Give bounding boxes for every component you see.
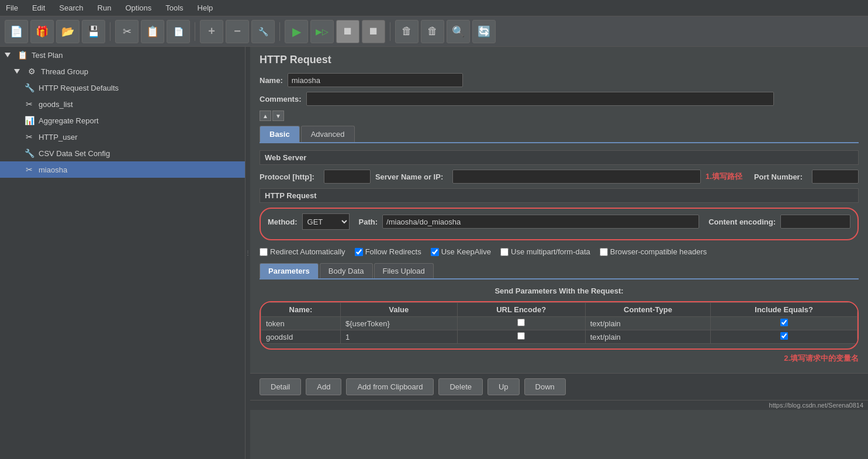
goods-list-icon: ✂ [23,98,35,110]
panel-title: HTTP Request [260,54,859,66]
sidebar-item-miaosha[interactable]: ✂ miaosha [0,161,245,178]
http-defaults-icon: 🔧 [23,82,35,94]
annotation-1: 1.填写路径 [706,171,742,182]
add-element-button[interactable]: + [200,20,223,43]
path-input[interactable] [382,215,699,229]
protocol-input[interactable] [324,170,371,184]
row1-include-equals[interactable] [711,317,857,330]
collapse-down-btn[interactable]: ▼ [272,111,284,121]
find-button[interactable]: 🔍 [447,20,470,43]
bottom-buttons: Detail Add Add from Clipboard Delete Up … [250,373,868,400]
clear-all-button[interactable]: 🗑 [421,20,444,43]
follow-redirects-checkbox-item[interactable]: Follow Redirects [355,247,421,256]
name-row: Name: [260,73,859,87]
menu-file[interactable]: File [4,2,20,13]
cut-button[interactable]: ✂ [115,20,139,43]
templates-button[interactable]: 🎁 [30,20,54,43]
comments-label: Comments: [260,95,302,103]
sidebar-item-csv-data-set[interactable]: 🔧 CSV Data Set Config [0,145,245,161]
row2-url-encode-checkbox[interactable] [517,332,525,340]
menu-run[interactable]: Run [95,2,114,13]
follow-redirects-label: Follow Redirects [365,247,421,256]
copy-button[interactable]: 📋 [141,20,164,43]
add-button[interactable]: Add [306,378,341,395]
sub-tab-parameters[interactable]: Parameters [260,263,319,278]
row1-name[interactable]: token [261,317,341,330]
follow-redirects-checkbox[interactable] [355,248,363,256]
row1-value[interactable]: ${userToken} [340,317,457,330]
start-no-pause-button[interactable]: ▶▷ [310,20,334,43]
sidebar-item-goods-list[interactable]: ✂ goods_list [0,96,245,112]
menubar: File Edit Search Run Options Tools Help [0,0,868,16]
browser-compatible-checkbox[interactable] [600,248,608,256]
row1-url-encode[interactable] [457,317,585,330]
redirect-auto-checkbox[interactable] [260,248,268,256]
method-label: Method: [268,218,298,226]
collapse-icon [5,53,11,57]
annotation-2: 2.填写请求中的变量名 [784,354,859,363]
down-button[interactable]: Down [524,378,566,395]
comments-input[interactable] [306,92,774,106]
open-button[interactable]: 📂 [56,20,79,43]
row2-include-equals-checkbox[interactable] [780,332,788,340]
row2-name[interactable]: goodsId [261,330,341,344]
sidebar-item-http-user[interactable]: ✂ HTTP_user [0,129,245,145]
row1-url-encode-checkbox[interactable] [517,319,525,326]
http-request-section-header: HTTP Request [260,188,859,203]
collapse-up-btn[interactable]: ▲ [260,111,271,121]
use-multipart-checkbox[interactable] [500,248,509,256]
tab-advanced[interactable]: Advanced [301,126,355,142]
content-encoding-input[interactable] [780,215,850,229]
up-button[interactable]: Up [487,378,520,395]
sidebar-item-aggregate-report[interactable]: 📊 Aggregate Report [0,112,245,129]
sidebar-item-thread-group[interactable]: ⚙ Thread Group [0,63,245,80]
menu-options[interactable]: Options [123,2,154,13]
toggle-button[interactable]: 🔧 [251,20,275,43]
method-select[interactable]: GET POST PUT DELETE [302,213,350,230]
web-server-section-header: Web Server [260,150,859,165]
params-table: Name: Value URL Encode? Content-Type Inc… [261,302,857,344]
redirect-auto-checkbox-item[interactable]: Redirect Automatically [260,247,345,256]
remove-element-button[interactable]: − [226,20,249,43]
port-label: Port Number: [754,172,803,181]
menu-search[interactable]: Search [57,2,85,13]
menu-tools[interactable]: Tools [163,2,185,13]
server-name-input[interactable] [452,170,701,184]
stop-button[interactable]: ⏹ [336,20,359,43]
clear-button[interactable]: 🗑 [395,20,419,43]
new-button[interactable]: 📄 [5,20,28,43]
sub-tab-files-upload[interactable]: Files Upload [374,263,434,278]
shutdown-button[interactable]: ⏹ [362,20,385,43]
paste-button[interactable]: 📄 [167,20,190,43]
toolbar: 📄 🎁 📂 💾 ✂ 📋 📄 + − 🔧 ▶ ▶▷ ⏹ ⏹ 🗑 🗑 🔍 🔄 [0,16,868,47]
aggregate-report-icon: 📊 [23,115,35,126]
menu-edit[interactable]: Edit [30,2,47,13]
add-from-clipboard-button[interactable]: Add from Clipboard [346,378,434,395]
reset-button[interactable]: 🔄 [472,20,496,43]
sub-tab-body-data[interactable]: Body Data [320,263,373,278]
table-row: token ${userToken} text/plain [261,317,857,330]
browser-compatible-label: Browser-compatible headers [610,247,707,256]
row1-include-equals-checkbox[interactable] [780,319,788,326]
sidebar: 📋 Test Plan ⚙ Thread Group 🔧 HTTP Reques… [0,47,245,459]
detail-button[interactable]: Detail [260,378,301,395]
row2-url-encode[interactable] [457,330,585,344]
port-input[interactable] [812,170,859,184]
browser-compatible-checkbox-item[interactable]: Browser-compatible headers [600,247,707,256]
use-multipart-checkbox-item[interactable]: Use multipart/form-data [500,247,590,256]
start-button[interactable]: ▶ [285,20,308,43]
resize-handle[interactable]: ⋮ [245,47,250,459]
menu-help[interactable]: Help [195,2,216,13]
sidebar-item-http-request-defaults[interactable]: 🔧 HTTP Request Defaults [0,80,245,96]
name-input[interactable] [288,73,463,87]
use-keepalive-checkbox[interactable] [431,248,439,256]
sidebar-item-test-plan[interactable]: 📋 Test Plan [0,47,245,63]
row2-value[interactable]: 1 [340,330,457,344]
save-button[interactable]: 💾 [82,20,105,43]
tab-basic[interactable]: Basic [260,126,300,142]
row2-include-equals[interactable] [711,330,857,344]
use-keepalive-checkbox-item[interactable]: Use KeepAlive [431,247,491,256]
checkboxes-row: Redirect Automatically Follow Redirects … [260,245,859,258]
delete-button[interactable]: Delete [438,378,483,395]
statusbar-url: https://blog.csdn.net/Serena0814 [769,402,863,409]
